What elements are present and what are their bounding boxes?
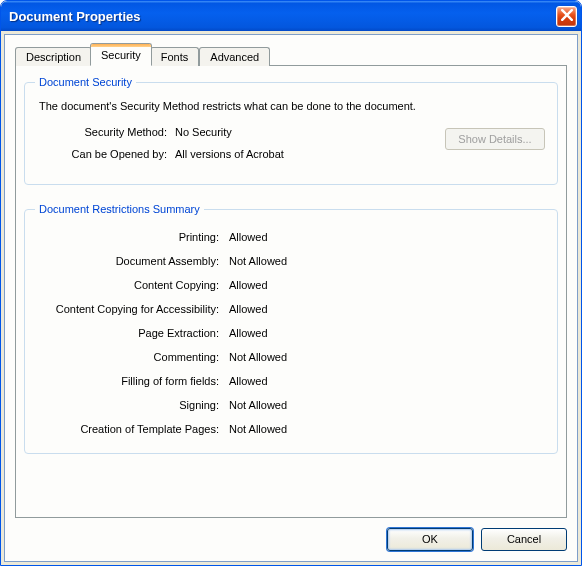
restriction-label: Document Assembly: [39, 255, 229, 267]
restriction-value: Allowed [229, 231, 268, 243]
close-button[interactable] [556, 6, 577, 27]
restriction-label: Creation of Template Pages: [39, 423, 229, 435]
opened-by-label: Can be Opened by: [39, 148, 175, 160]
restriction-row: Content Copying:Allowed [39, 279, 543, 291]
restriction-label: Commenting: [39, 351, 229, 363]
opened-by-value: All versions of Acrobat [175, 148, 284, 160]
restriction-value: Allowed [229, 279, 268, 291]
restriction-label: Filling of form fields: [39, 375, 229, 387]
document-security-legend: Document Security [35, 76, 136, 88]
restriction-row: Filling of form fields:Allowed [39, 375, 543, 387]
restriction-value: Allowed [229, 375, 268, 387]
restriction-row: Signing:Not Allowed [39, 399, 543, 411]
restriction-label: Content Copying: [39, 279, 229, 291]
restriction-value: Allowed [229, 303, 268, 315]
restriction-value: Not Allowed [229, 399, 287, 411]
restriction-row: Creation of Template Pages:Not Allowed [39, 423, 543, 435]
tab-description[interactable]: Description [15, 47, 92, 66]
restriction-label: Content Copying for Accessibility: [39, 303, 229, 315]
restriction-row: Commenting:Not Allowed [39, 351, 543, 363]
restriction-row: Content Copying for Accessibility:Allowe… [39, 303, 543, 315]
restriction-value: Not Allowed [229, 255, 287, 267]
security-description: The document's Security Method restricts… [39, 100, 543, 112]
tab-security[interactable]: Security [90, 43, 152, 66]
restriction-row: Document Assembly:Not Allowed [39, 255, 543, 267]
restriction-value: Not Allowed [229, 351, 287, 363]
tab-panel-security: Document Security The document's Securit… [15, 65, 567, 518]
restrictions-group: Document Restrictions Summary Printing:A… [24, 203, 558, 454]
restriction-label: Page Extraction: [39, 327, 229, 339]
restriction-value: Not Allowed [229, 423, 287, 435]
security-method-value[interactable]: No Security [175, 126, 232, 138]
ok-button[interactable]: OK [387, 528, 473, 551]
document-security-group: Document Security The document's Securit… [24, 76, 558, 185]
dialog-button-bar: OK Cancel [15, 518, 567, 551]
dialog-window: Document Properties Description Security… [0, 0, 582, 566]
tab-fonts[interactable]: Fonts [150, 47, 200, 66]
restriction-row: Page Extraction:Allowed [39, 327, 543, 339]
security-method-label: Security Method: [39, 126, 175, 138]
close-icon [561, 9, 573, 24]
restriction-label: Signing: [39, 399, 229, 411]
show-details-button: Show Details... [445, 128, 545, 150]
tab-advanced[interactable]: Advanced [199, 47, 270, 66]
restrictions-legend: Document Restrictions Summary [35, 203, 204, 215]
restrictions-table: Printing:Allowed Document Assembly:Not A… [39, 231, 543, 435]
cancel-button[interactable]: Cancel [481, 528, 567, 551]
restriction-value: Allowed [229, 327, 268, 339]
client-area: Description Security Fonts Advanced Docu… [4, 34, 578, 562]
restriction-label: Printing: [39, 231, 229, 243]
window-title: Document Properties [9, 9, 140, 24]
tab-strip: Description Security Fonts Advanced [15, 43, 567, 66]
title-bar: Document Properties [1, 1, 581, 31]
restriction-row: Printing:Allowed [39, 231, 543, 243]
